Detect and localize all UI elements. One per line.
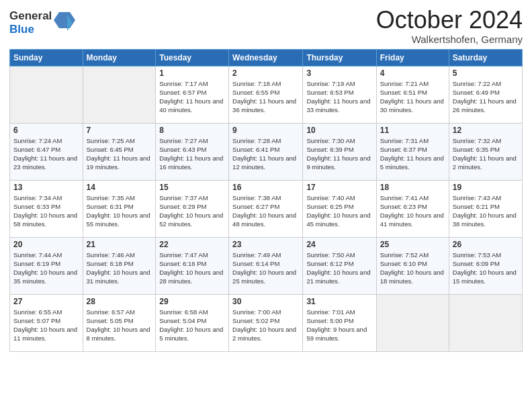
logo-general: General <box>9 9 52 23</box>
daylight-text: Daylight: 10 hours and 21 minutes. <box>306 268 372 286</box>
daylight-text: Daylight: 9 hours and 59 minutes. <box>306 325 372 343</box>
day-number: 30 <box>232 297 299 306</box>
day-cell: 6Sunrise: 7:24 AMSunset: 6:47 PMDaylight… <box>10 123 83 180</box>
title-block: October 2024 Walkertshofen, Germany <box>376 7 523 45</box>
sunset-text: Sunset: 6:16 PM <box>159 259 225 268</box>
daylight-text: Daylight: 10 hours and 41 minutes. <box>380 211 445 229</box>
sunrise-text: Sunrise: 7:44 AM <box>13 250 79 259</box>
day-cell: 17Sunrise: 7:40 AMSunset: 6:25 PMDayligh… <box>303 180 376 237</box>
sunrise-text: Sunrise: 6:57 AM <box>87 308 152 316</box>
sunrise-text: Sunrise: 7:50 AM <box>306 250 372 259</box>
weekday-header-thursday: Thursday <box>303 49 376 66</box>
sunrise-text: Sunrise: 7:28 AM <box>232 136 299 145</box>
day-info: Sunrise: 7:17 AMSunset: 6:57 PMDaylight:… <box>159 79 225 115</box>
sunrise-text: Sunrise: 7:25 AM <box>87 136 152 145</box>
day-info: Sunrise: 7:53 AMSunset: 6:09 PMDaylight:… <box>453 250 519 286</box>
weekday-header-row: SundayMondayTuesdayWednesdayThursdayFrid… <box>10 49 523 66</box>
day-info: Sunrise: 7:21 AMSunset: 6:51 PMDaylight:… <box>380 79 445 115</box>
weekday-header-monday: Monday <box>83 49 156 66</box>
sunrise-text: Sunrise: 7:46 AM <box>87 250 152 259</box>
sunset-text: Sunset: 6:21 PM <box>453 202 519 211</box>
sunrise-text: Sunrise: 7:21 AM <box>380 79 445 88</box>
sunset-text: Sunset: 5:07 PM <box>13 316 79 325</box>
week-row-2: 6Sunrise: 7:24 AMSunset: 6:47 PMDaylight… <box>10 123 523 180</box>
day-info: Sunrise: 7:00 AMSunset: 5:02 PMDaylight:… <box>232 308 299 343</box>
sunset-text: Sunset: 5:04 PM <box>159 316 225 325</box>
day-number: 15 <box>159 183 225 192</box>
weekday-header-saturday: Saturday <box>449 49 522 66</box>
logo: General Blue <box>9 9 75 36</box>
header: General Blue October 2024 Walkertshofen,… <box>9 7 523 45</box>
daylight-text: Daylight: 11 hours and 36 minutes. <box>232 97 299 115</box>
sunset-text: Sunset: 6:33 PM <box>13 202 79 211</box>
sunset-text: Sunset: 6:43 PM <box>159 145 225 154</box>
day-info: Sunrise: 7:46 AMSunset: 6:18 PMDaylight:… <box>87 250 152 286</box>
day-cell <box>10 66 83 123</box>
sunrise-text: Sunrise: 7:32 AM <box>453 136 519 145</box>
page-container: General Blue October 2024 Walkertshofen,… <box>0 0 532 359</box>
day-cell: 27Sunrise: 6:55 AMSunset: 5:07 PMDayligh… <box>10 294 83 351</box>
daylight-text: Daylight: 11 hours and 33 minutes. <box>306 97 372 115</box>
day-number: 16 <box>232 183 299 192</box>
day-info: Sunrise: 6:58 AMSunset: 5:04 PMDaylight:… <box>159 308 225 343</box>
day-info: Sunrise: 7:32 AMSunset: 6:35 PMDaylight:… <box>453 136 519 172</box>
day-info: Sunrise: 7:30 AMSunset: 6:39 PMDaylight:… <box>306 136 372 172</box>
day-cell: 13Sunrise: 7:34 AMSunset: 6:33 PMDayligh… <box>10 180 83 237</box>
daylight-text: Daylight: 10 hours and 18 minutes. <box>380 268 445 286</box>
day-info: Sunrise: 7:37 AMSunset: 6:29 PMDaylight:… <box>159 193 225 229</box>
day-cell: 26Sunrise: 7:53 AMSunset: 6:09 PMDayligh… <box>449 237 522 294</box>
day-info: Sunrise: 7:50 AMSunset: 6:12 PMDaylight:… <box>306 250 372 286</box>
sunrise-text: Sunrise: 7:19 AM <box>306 79 372 88</box>
sunset-text: Sunset: 6:51 PM <box>380 88 445 97</box>
day-cell: 9Sunrise: 7:28 AMSunset: 6:41 PMDaylight… <box>229 123 303 180</box>
daylight-text: Daylight: 10 hours and 45 minutes. <box>306 211 372 229</box>
day-number: 2 <box>232 68 299 78</box>
day-cell <box>449 294 522 351</box>
day-number: 4 <box>380 68 445 78</box>
day-number: 24 <box>306 240 372 249</box>
sunset-text: Sunset: 6:29 PM <box>159 202 225 211</box>
sunrise-text: Sunrise: 7:30 AM <box>306 136 372 145</box>
day-cell: 24Sunrise: 7:50 AMSunset: 6:12 PMDayligh… <box>303 237 376 294</box>
day-cell: 12Sunrise: 7:32 AMSunset: 6:35 PMDayligh… <box>449 123 522 180</box>
sunset-text: Sunset: 6:49 PM <box>453 88 519 97</box>
day-cell: 4Sunrise: 7:21 AMSunset: 6:51 PMDaylight… <box>376 66 449 123</box>
day-info: Sunrise: 7:52 AMSunset: 6:10 PMDaylight:… <box>380 250 445 286</box>
day-number: 31 <box>306 297 372 306</box>
sunrise-text: Sunrise: 7:27 AM <box>159 136 225 145</box>
day-number: 11 <box>380 126 445 135</box>
sunset-text: Sunset: 6:12 PM <box>306 259 372 268</box>
sunrise-text: Sunrise: 7:01 AM <box>306 308 372 316</box>
day-number: 9 <box>232 126 299 135</box>
sunrise-text: Sunrise: 7:38 AM <box>232 193 299 202</box>
weekday-header-wednesday: Wednesday <box>229 49 303 66</box>
day-cell: 23Sunrise: 7:49 AMSunset: 6:14 PMDayligh… <box>229 237 303 294</box>
logo-icon <box>54 12 75 34</box>
day-number: 13 <box>13 183 79 192</box>
day-number: 5 <box>453 68 519 78</box>
daylight-text: Daylight: 10 hours and 25 minutes. <box>232 268 299 286</box>
week-row-4: 20Sunrise: 7:44 AMSunset: 6:19 PMDayligh… <box>10 237 523 294</box>
day-info: Sunrise: 7:25 AMSunset: 6:45 PMDaylight:… <box>87 136 152 172</box>
sunset-text: Sunset: 6:55 PM <box>232 88 299 97</box>
day-cell: 16Sunrise: 7:38 AMSunset: 6:27 PMDayligh… <box>229 180 303 237</box>
day-info: Sunrise: 7:01 AMSunset: 5:00 PMDaylight:… <box>306 308 372 343</box>
sunset-text: Sunset: 6:10 PM <box>380 259 445 268</box>
day-cell: 15Sunrise: 7:37 AMSunset: 6:29 PMDayligh… <box>156 180 229 237</box>
daylight-text: Daylight: 10 hours and 11 minutes. <box>13 325 79 343</box>
sunrise-text: Sunrise: 7:35 AM <box>87 193 152 202</box>
day-number: 7 <box>87 126 152 135</box>
day-number: 25 <box>380 240 445 249</box>
sunset-text: Sunset: 6:37 PM <box>380 145 445 154</box>
sunset-text: Sunset: 5:00 PM <box>306 316 372 325</box>
daylight-text: Daylight: 11 hours and 26 minutes. <box>453 97 519 115</box>
sunset-text: Sunset: 6:35 PM <box>453 145 519 154</box>
day-info: Sunrise: 7:18 AMSunset: 6:55 PMDaylight:… <box>232 79 299 115</box>
day-info: Sunrise: 7:28 AMSunset: 6:41 PMDaylight:… <box>232 136 299 172</box>
sunrise-text: Sunrise: 7:24 AM <box>13 136 79 145</box>
sunrise-text: Sunrise: 6:55 AM <box>13 308 79 316</box>
day-number: 26 <box>453 240 519 249</box>
day-number: 18 <box>380 183 445 192</box>
day-cell: 21Sunrise: 7:46 AMSunset: 6:18 PMDayligh… <box>83 237 156 294</box>
day-cell: 5Sunrise: 7:22 AMSunset: 6:49 PMDaylight… <box>449 66 522 123</box>
